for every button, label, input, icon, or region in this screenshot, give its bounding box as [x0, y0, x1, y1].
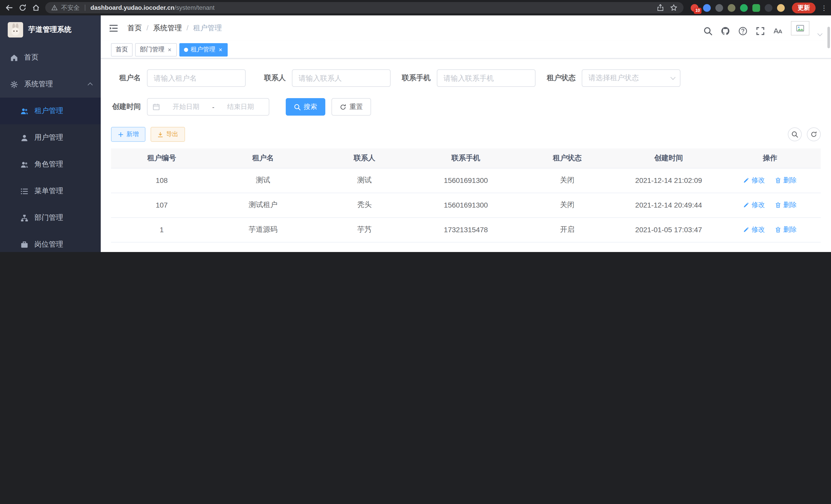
cell-actions: 修改 删除: [719, 217, 821, 242]
search-button[interactable]: 搜索: [286, 98, 325, 116]
delete-label: 删除: [783, 176, 797, 185]
edit-link[interactable]: 修改: [743, 200, 765, 210]
search-icon: [294, 103, 300, 110]
status-select[interactable]: 请选择租户状态: [582, 69, 681, 87]
not-secure-warning-icon: [51, 5, 58, 11]
sidebar-item-user-management[interactable]: 用户管理: [0, 124, 101, 151]
reset-button[interactable]: 重置: [332, 98, 371, 116]
avatar-caret-icon[interactable]: [818, 31, 823, 36]
sidebar-item-dept-management[interactable]: 部门管理: [0, 205, 101, 231]
cell-tenant-id: 1: [111, 217, 212, 242]
security-label[interactable]: 不安全: [61, 3, 80, 12]
sidebar-item-system-management[interactable]: 系统管理: [0, 71, 101, 98]
tab-dept-management[interactable]: 部门管理: [135, 43, 177, 56]
tab-home[interactable]: 首页: [111, 43, 133, 56]
briefcase-icon: [21, 241, 28, 248]
date-range-input[interactable]: 开始日期 - 结束日期: [147, 98, 269, 116]
start-date-placeholder[interactable]: 开始日期: [163, 102, 209, 112]
extension-icon[interactable]: [715, 4, 723, 11]
contact-label: 联系人: [256, 73, 286, 83]
avatar[interactable]: [791, 21, 809, 35]
fullscreen-icon[interactable]: [756, 27, 765, 35]
font-size-icon[interactable]: [773, 27, 782, 35]
cell-contact: 芋艿: [314, 217, 415, 242]
cell-contact: 测试: [314, 168, 415, 192]
extension-icon[interactable]: [703, 4, 711, 11]
share-icon[interactable]: [657, 4, 664, 11]
browser-back-icon[interactable]: [5, 4, 13, 12]
tab-tenant-management[interactable]: 租户管理: [179, 43, 228, 56]
tags-view-bar: 首页 部门管理 租户管理: [101, 41, 831, 59]
extension-icon[interactable]: [728, 4, 736, 11]
refresh-table-button[interactable]: [807, 127, 821, 141]
breadcrumb-home[interactable]: 首页: [127, 24, 142, 33]
sidebar-item-home[interactable]: 首页: [0, 44, 101, 71]
extension-icon[interactable]: [765, 4, 772, 11]
sidebar-item-menu-management[interactable]: 菜单管理: [0, 178, 101, 205]
users-icon: [21, 107, 28, 115]
export-button[interactable]: 导出: [150, 127, 185, 142]
toggle-search-button[interactable]: [788, 127, 802, 141]
tenant-name-input[interactable]: [147, 69, 246, 87]
extension-icon[interactable]: [777, 4, 785, 11]
browser-menu-icon[interactable]: [821, 3, 826, 12]
cell-created: 2021-12-14 20:49:44: [618, 192, 719, 217]
logo[interactable]: 芋道管理系统: [0, 16, 101, 44]
add-button[interactable]: 新增: [111, 127, 145, 142]
chrome-update-button[interactable]: 更新: [792, 2, 815, 13]
filter-tenant-name: 租户名: [111, 69, 246, 87]
mobile-label: 联系手机: [401, 73, 431, 83]
url-path: /system/tenant: [174, 4, 214, 11]
users-icon: [21, 160, 28, 168]
address-bar[interactable]: 不安全 dashboard.yudao.iocoder.cn/system/te…: [45, 2, 684, 13]
edit-link[interactable]: 修改: [743, 176, 765, 185]
delete-link[interactable]: 删除: [775, 225, 797, 234]
close-icon[interactable]: [167, 46, 172, 53]
mobile-input[interactable]: [437, 69, 536, 87]
github-icon[interactable]: [721, 27, 730, 35]
breadcrumb-current: 租户管理: [182, 24, 222, 33]
cell-mobile: 15601691300: [415, 168, 517, 192]
search-button-label: 搜索: [304, 102, 317, 112]
extension-badge: 10: [694, 7, 701, 13]
delete-label: 删除: [783, 225, 797, 234]
edit-label: 修改: [752, 200, 765, 210]
trash-icon: [775, 227, 781, 233]
sidebar-item-role-management[interactable]: 角色管理: [0, 151, 101, 178]
breadcrumb-system[interactable]: 系统管理: [142, 24, 182, 33]
filter-status: 租户状态 请选择租户状态: [546, 69, 681, 87]
filter-contact: 联系人: [256, 69, 391, 87]
edit-link[interactable]: 修改: [743, 225, 765, 234]
extension-icon[interactable]: [740, 4, 748, 11]
breadcrumb: 首页 系统管理 租户管理: [127, 24, 222, 33]
cell-actions: 修改 删除: [719, 168, 821, 192]
delete-link[interactable]: 删除: [775, 176, 797, 185]
contact-input[interactable]: [292, 69, 391, 87]
close-icon[interactable]: [218, 46, 223, 53]
browser-home-icon[interactable]: [32, 4, 40, 12]
app-header: 首页 系统管理 租户管理: [101, 16, 831, 41]
add-button-label: 新增: [126, 130, 139, 139]
scrollbar-thumb[interactable]: [827, 27, 830, 48]
bookmark-star-icon[interactable]: [670, 4, 677, 11]
org-tree-icon: [21, 214, 28, 222]
table-header: 租户编号 租户名 联系人 联系手机 租户状态 创建时间 操作: [111, 148, 821, 168]
sidebar-item-label: 角色管理: [34, 160, 63, 169]
header-actions: [704, 21, 822, 35]
sidebar-item-tenant-management[interactable]: 租户管理: [0, 98, 101, 124]
extension-icon[interactable]: [752, 4, 760, 11]
browser-toolbar: 不安全 dashboard.yudao.iocoder.cn/system/te…: [0, 0, 831, 16]
reset-button-label: 重置: [349, 102, 363, 112]
sidebar-collapse-icon[interactable]: [109, 24, 118, 33]
search-icon[interactable]: [704, 27, 712, 35]
end-date-placeholder[interactable]: 结束日期: [218, 102, 264, 112]
browser-reload-icon[interactable]: [19, 4, 27, 12]
sidebar-item-post-management[interactable]: 岗位管理: [0, 231, 101, 252]
cell-tenant-name: 测试租户: [212, 192, 314, 217]
delete-link[interactable]: 删除: [775, 200, 797, 210]
help-icon[interactable]: [739, 27, 747, 35]
extension-icon[interactable]: 10: [691, 4, 698, 11]
sidebar-item-label: 租户管理: [34, 106, 63, 116]
edit-label: 修改: [752, 176, 765, 185]
logo-image: [8, 22, 23, 37]
